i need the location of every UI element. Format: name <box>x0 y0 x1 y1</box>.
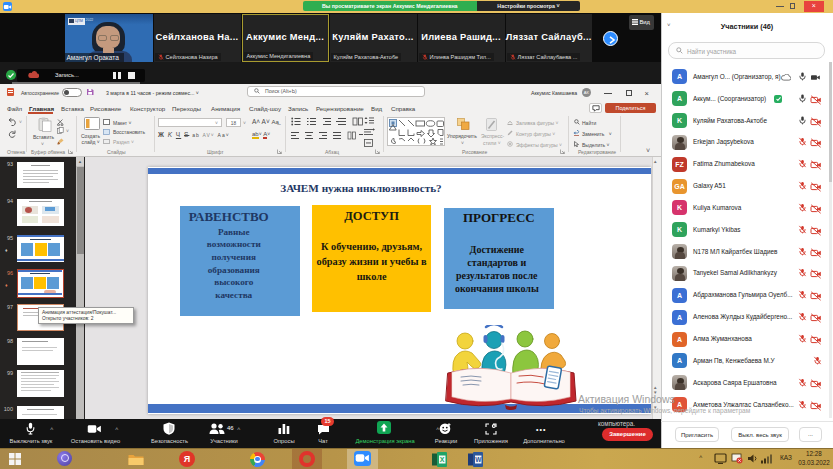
svg-text:X: X <box>440 455 445 462</box>
svg-text:W: W <box>475 455 482 462</box>
